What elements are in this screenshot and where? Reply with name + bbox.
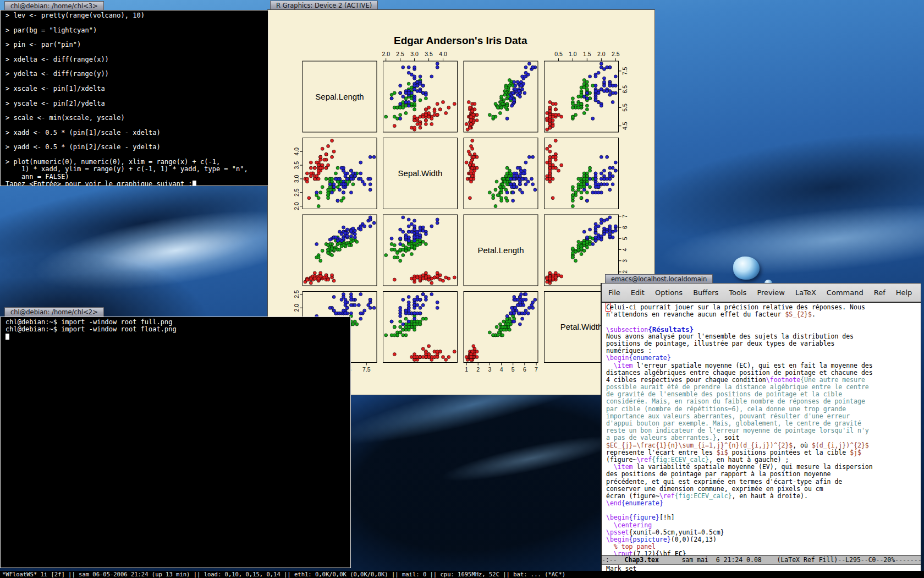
r-graphics-window-title: R Graphics: Device 2 (ACTIVE) — [276, 2, 372, 9]
terminal-line — [6, 63, 268, 70]
terminal-line: > par(bg = "lightcyan") — [6, 27, 268, 34]
axis-tick-label: 2.0 — [597, 51, 606, 57]
terminal-line — [6, 92, 268, 100]
axis-tick-label: 3 — [622, 259, 629, 263]
axis-tick-label: 2.0 — [293, 202, 300, 210]
emacs-menu-command[interactable]: Command — [827, 288, 864, 297]
terminal-line: > xscale <- pin[1]/xdelta — [6, 85, 268, 92]
pairs-panel-Sepal.Width-x-Sepal.Length — [302, 138, 377, 209]
axis-tick-label: 2.0 — [293, 304, 300, 312]
terminal2-output: chl@debian:~$ import -window root full.p… — [1, 317, 350, 341]
emacs-menu-buffers[interactable]: Buffers — [693, 288, 718, 297]
pairs-panel-Petal.Length-x-Petal.Length: Petal.Length — [464, 215, 538, 286]
axis-tick-label: 4.0 — [439, 51, 447, 57]
terminal-line: > ydelta <- diff(range(y)) — [6, 70, 268, 78]
terminal-line: > xdelta <- diff(range(x)) — [6, 56, 268, 63]
axis-tick-label: 2.5 — [396, 51, 404, 57]
emacs-menu-file[interactable]: File — [608, 288, 620, 297]
terminal1-window[interactable]: > lev <- pretty(range(volcano), 10) > pa… — [0, 10, 268, 186]
emacs-buffer-line: n'attendons en revanche aucun effet du f… — [606, 311, 921, 318]
emacs-buffer-line: \end{enumerate} — [606, 500, 921, 507]
axis-tick-label: 5 — [512, 366, 515, 373]
axis-tick-label: 0.5 — [554, 51, 563, 57]
axis-tick-label: 6 — [622, 226, 629, 229]
pairs-panel-Sepal.Length-x-Sepal.Width — [383, 61, 458, 132]
axis-tick-label: 3.0 — [293, 175, 300, 183]
terminal-line: chl@debian:~$ import -window root float.… — [6, 326, 350, 333]
pairs-panel-Sepal.Width-x-Petal.Length — [464, 138, 538, 209]
water-droplet — [733, 257, 760, 280]
axis-tick-label: 7.5 — [362, 366, 371, 373]
emacs-menu-ref[interactable]: Ref — [874, 288, 886, 297]
axis-tick-label: 7.5 — [622, 67, 629, 75]
axis-tick-label: 1.5 — [583, 51, 591, 57]
terminal-line: > pin <- par("pin") — [6, 41, 268, 48]
axis-tick-label: 4.5 — [622, 122, 629, 130]
terminal-line — [6, 122, 268, 129]
axis-tick-label: 2.5 — [612, 51, 620, 57]
pairs-panel-Sepal.Length-x-Petal.Length — [464, 61, 538, 132]
axis-tick-label: 3 — [488, 366, 491, 373]
emacs-buffer[interactable]: Celui-ci pourrait jouer sur la précision… — [602, 303, 921, 555]
terminal-line: > lev <- pretty(range(volcano), 10) — [6, 12, 268, 19]
terminal-line: > scale <- min(xscale, yscale) — [6, 114, 268, 122]
emacs-buffer-line: \rput(7,12){\bf EC} — [606, 550, 921, 555]
terminal-line — [6, 34, 268, 41]
axis-tick-label: 7 — [535, 366, 538, 373]
emacs-window[interactable]: FileEditOptionsBuffersToolsPreviewLaTeXC… — [601, 283, 921, 574]
axis-tick-label: 3.5 — [425, 51, 433, 57]
diagonal-label: Sepal.Length — [315, 92, 364, 101]
axis-tick-label: 1 — [465, 366, 468, 373]
terminal-line — [6, 137, 268, 144]
axis-tick-label: 2 — [622, 270, 629, 274]
terminal-line — [6, 78, 268, 85]
plot-title: Edgar Anderson's Iris Data — [394, 35, 527, 46]
terminal-line: > yscale <- pin[2]/ydelta — [6, 100, 268, 107]
terminal2-title: chl@debian: /home/chl<2> — [10, 308, 98, 316]
axis-tick-label: 1.0 — [569, 51, 577, 57]
terminal2-window[interactable]: chl@debian:~$ import -window root full.p… — [0, 317, 351, 568]
terminal-line — [6, 151, 268, 159]
emacs-menu-tools[interactable]: Tools — [729, 288, 746, 297]
emacs-buffer-name: Chap3.tex — [625, 556, 659, 564]
emacs-title: emacs@localhost.localdomain — [611, 275, 707, 283]
emacs-buffer-line: positions de pointage, illustrée par deu… — [606, 340, 921, 347]
axis-tick-label: 2 — [476, 366, 480, 373]
axis-tick-label: 4.0 — [293, 148, 300, 156]
axis-tick-label: 4 — [622, 248, 629, 251]
pairs-panel-Petal.Width-x-Petal.Length — [464, 292, 538, 363]
terminal-line — [6, 107, 268, 114]
terminal-line — [6, 19, 268, 26]
wm-status-bar[interactable]: *WFloatWS* 1i [2f] || sam 06-05-2006 21:… — [0, 571, 924, 578]
emacs-menu-edit[interactable]: Edit — [631, 288, 645, 297]
emacs-menu-preview[interactable]: Preview — [757, 288, 785, 297]
emacs-menu-options[interactable]: Options — [655, 288, 683, 297]
axis-tick-label: 2.5 — [293, 188, 300, 197]
pairs-panel-Sepal.Width-x-Petal.Width — [544, 138, 619, 209]
terminal-line: > xadd <- 0.5 * (pin[1]/scale - xdelta) — [6, 129, 268, 137]
pairs-panel-Sepal.Length-x-Sepal.Length: Sepal.Length — [302, 61, 377, 132]
pairs-panel-Sepal.Width-x-Sepal.Width: Sepal.Width — [383, 138, 458, 209]
text-cursor — [6, 334, 9, 340]
emacs-modeline: -:-- Chap3.tex sam mai 6 21:24 0.08 (LaT… — [602, 555, 921, 565]
terminal-line: chl@debian:~$ import -window root full.p… — [6, 319, 350, 326]
axis-tick-label: 6.5 — [622, 85, 629, 94]
terminal-line: ann = FALSE) — [6, 173, 268, 181]
pairs-panel-Sepal.Length-x-Petal.Width — [544, 61, 619, 132]
terminal-line: > plot(numeric(0), numeric(0), xlim = ra… — [6, 159, 268, 166]
emacs-menubar: FileEditOptionsBuffersToolsPreviewLaTeXC… — [602, 283, 921, 303]
axis-tick-label: 7 — [622, 215, 629, 218]
emacs-menu-help[interactable]: Help — [896, 288, 912, 297]
axis-tick-label: 3.5 — [293, 161, 300, 170]
diagonal-label: Sepal.Width — [398, 168, 443, 178]
text-cursor — [193, 181, 196, 186]
pairs-panel-Petal.Length-x-Sepal.Length — [302, 215, 377, 286]
pairs-panel-Petal.Width-x-Sepal.Width — [383, 292, 458, 363]
terminal2-titlebar[interactable]: chl@debian: /home/chl<2> — [4, 307, 104, 317]
terminal-line: > yadd <- 0.5 * (pin[2]/scale - ydelta) — [6, 144, 268, 151]
emacs-menu-latex[interactable]: LaTeX — [795, 288, 816, 297]
terminal1-output: > lev <- pretty(range(volcano), 10) > pa… — [1, 10, 268, 186]
diagonal-label: Petal.Length — [477, 246, 524, 255]
axis-tick-label: 3.0 — [410, 51, 419, 57]
terminal-line: Tapez <Entrée> pour voir le graphique su… — [6, 181, 268, 186]
